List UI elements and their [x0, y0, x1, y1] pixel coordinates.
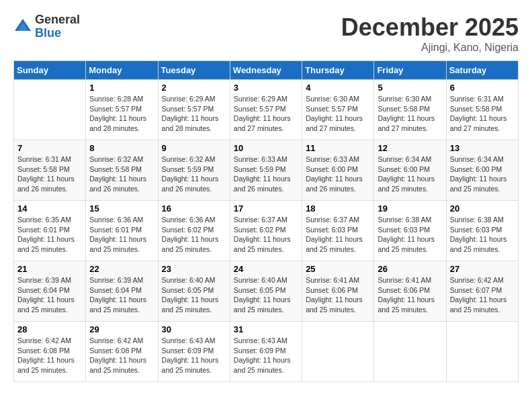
calendar-cell: 8Sunrise: 6:32 AMSunset: 5:58 PMDaylight… [86, 140, 158, 201]
day-info: Sunrise: 6:37 AMSunset: 6:02 PMDaylight:… [234, 215, 298, 255]
calendar-cell: 26Sunrise: 6:41 AMSunset: 6:06 PMDayligh… [374, 261, 446, 322]
day-info: Sunrise: 6:35 AMSunset: 6:01 PMDaylight:… [17, 215, 82, 255]
day-number: 18 [306, 203, 370, 214]
calendar-cell: 18Sunrise: 6:37 AMSunset: 6:03 PMDayligh… [302, 201, 374, 261]
calendar-cell: 24Sunrise: 6:40 AMSunset: 6:05 PMDayligh… [230, 261, 302, 322]
day-info: Sunrise: 6:31 AMSunset: 5:58 PMDaylight:… [17, 154, 82, 194]
day-info: Sunrise: 6:38 AMSunset: 6:03 PMDaylight:… [450, 215, 515, 255]
logo-general: General [35, 13, 80, 27]
day-number: 31 [234, 324, 298, 334]
day-info: Sunrise: 6:36 AMSunset: 6:01 PMDaylight:… [89, 215, 154, 255]
day-number: 28 [17, 324, 82, 334]
day-info: Sunrise: 6:42 AMSunset: 6:08 PMDaylight:… [89, 336, 154, 375]
day-info: Sunrise: 6:33 AMSunset: 6:00 PMDaylight:… [306, 154, 370, 194]
day-number: 9 [162, 143, 226, 153]
day-info: Sunrise: 6:43 AMSunset: 6:09 PMDaylight:… [234, 336, 298, 375]
calendar-header-row: SundayMondayTuesdayWednesdayThursdayFrid… [14, 61, 519, 80]
day-of-week-header: Thursday [302, 61, 374, 80]
day-info: Sunrise: 6:41 AMSunset: 6:06 PMDaylight:… [378, 275, 442, 315]
calendar-cell: 22Sunrise: 6:39 AMSunset: 6:04 PMDayligh… [86, 261, 158, 322]
calendar-cell: 1Sunrise: 6:28 AMSunset: 5:57 PMDaylight… [86, 80, 158, 140]
day-info: Sunrise: 6:39 AMSunset: 6:04 PMDaylight:… [17, 275, 82, 315]
day-info: Sunrise: 6:29 AMSunset: 5:57 PMDaylight:… [234, 94, 298, 134]
day-info: Sunrise: 6:40 AMSunset: 6:05 PMDaylight:… [234, 275, 298, 315]
calendar-cell: 9Sunrise: 6:32 AMSunset: 5:59 PMDaylight… [158, 140, 230, 201]
calendar-cell: 5Sunrise: 6:30 AMSunset: 5:58 PMDaylight… [374, 80, 446, 140]
day-number: 26 [378, 264, 442, 274]
day-number: 7 [17, 143, 82, 153]
day-info: Sunrise: 6:33 AMSunset: 5:59 PMDaylight:… [234, 154, 298, 194]
calendar-week-row: 14Sunrise: 6:35 AMSunset: 6:01 PMDayligh… [14, 201, 519, 261]
day-number: 20 [450, 203, 515, 214]
calendar-cell [14, 80, 86, 140]
day-of-week-header: Saturday [446, 61, 518, 80]
day-of-week-header: Friday [374, 61, 446, 80]
day-number: 30 [162, 324, 226, 334]
day-number: 13 [450, 143, 515, 153]
day-info: Sunrise: 6:39 AMSunset: 6:04 PMDaylight:… [89, 275, 154, 315]
day-number: 27 [450, 264, 515, 274]
day-number: 12 [378, 143, 442, 153]
day-of-week-header: Monday [86, 61, 158, 80]
day-info: Sunrise: 6:41 AMSunset: 6:06 PMDaylight:… [306, 275, 370, 315]
day-info: Sunrise: 6:28 AMSunset: 5:57 PMDaylight:… [89, 94, 154, 134]
day-number: 17 [234, 203, 298, 214]
day-number: 3 [234, 83, 298, 93]
location: Ajingi, Kano, Nigeria [341, 42, 519, 54]
calendar-cell [374, 322, 446, 382]
day-number: 14 [17, 203, 82, 214]
calendar-cell: 17Sunrise: 6:37 AMSunset: 6:02 PMDayligh… [230, 201, 302, 261]
day-info: Sunrise: 6:43 AMSunset: 6:09 PMDaylight:… [162, 336, 226, 375]
calendar-cell: 3Sunrise: 6:29 AMSunset: 5:57 PMDaylight… [230, 80, 302, 140]
day-number: 8 [89, 143, 154, 153]
day-number: 11 [306, 143, 370, 153]
day-info: Sunrise: 6:32 AMSunset: 5:58 PMDaylight:… [89, 154, 154, 194]
day-of-week-header: Wednesday [230, 61, 302, 80]
day-info: Sunrise: 6:32 AMSunset: 5:59 PMDaylight:… [162, 154, 226, 194]
calendar-cell: 13Sunrise: 6:34 AMSunset: 6:00 PMDayligh… [446, 140, 518, 201]
calendar-cell: 12Sunrise: 6:34 AMSunset: 6:00 PMDayligh… [374, 140, 446, 201]
day-info: Sunrise: 6:42 AMSunset: 6:08 PMDaylight:… [17, 336, 82, 375]
calendar-cell: 30Sunrise: 6:43 AMSunset: 6:09 PMDayligh… [158, 322, 230, 382]
day-number: 29 [89, 324, 154, 334]
calendar-cell: 2Sunrise: 6:29 AMSunset: 5:57 PMDaylight… [158, 80, 230, 140]
day-info: Sunrise: 6:42 AMSunset: 6:07 PMDaylight:… [450, 275, 515, 315]
title-block: December 2025 Ajingi, Kano, Nigeria [341, 13, 519, 54]
calendar-cell: 31Sunrise: 6:43 AMSunset: 6:09 PMDayligh… [230, 322, 302, 382]
calendar-week-row: 1Sunrise: 6:28 AMSunset: 5:57 PMDaylight… [14, 80, 519, 140]
day-info: Sunrise: 6:38 AMSunset: 6:03 PMDaylight:… [378, 215, 442, 255]
calendar-cell: 16Sunrise: 6:36 AMSunset: 6:02 PMDayligh… [158, 201, 230, 261]
calendar-cell: 11Sunrise: 6:33 AMSunset: 6:00 PMDayligh… [302, 140, 374, 201]
logo-icon [13, 17, 32, 36]
calendar-cell: 6Sunrise: 6:31 AMSunset: 5:58 PMDaylight… [446, 80, 518, 140]
day-number: 23 [162, 264, 226, 274]
month-title: December 2025 [341, 13, 519, 42]
logo-blue: Blue [35, 27, 80, 40]
day-number: 25 [306, 264, 370, 274]
day-info: Sunrise: 6:36 AMSunset: 6:02 PMDaylight:… [162, 215, 226, 255]
day-number: 16 [162, 203, 226, 214]
day-info: Sunrise: 6:34 AMSunset: 6:00 PMDaylight:… [450, 154, 515, 194]
calendar-cell: 28Sunrise: 6:42 AMSunset: 6:08 PMDayligh… [14, 322, 86, 382]
calendar-cell: 7Sunrise: 6:31 AMSunset: 5:58 PMDaylight… [14, 140, 86, 201]
page-header: General Blue December 2025 Ajingi, Kano,… [13, 13, 519, 54]
day-number: 1 [89, 83, 154, 93]
calendar-cell: 21Sunrise: 6:39 AMSunset: 6:04 PMDayligh… [14, 261, 86, 322]
day-info: Sunrise: 6:34 AMSunset: 6:00 PMDaylight:… [378, 154, 442, 194]
day-number: 5 [378, 83, 442, 93]
day-info: Sunrise: 6:31 AMSunset: 5:58 PMDaylight:… [450, 94, 515, 134]
day-of-week-header: Sunday [14, 61, 86, 80]
day-info: Sunrise: 6:30 AMSunset: 5:57 PMDaylight:… [306, 94, 370, 134]
day-info: Sunrise: 6:30 AMSunset: 5:58 PMDaylight:… [378, 94, 442, 134]
day-info: Sunrise: 6:29 AMSunset: 5:57 PMDaylight:… [162, 94, 226, 134]
calendar-cell: 4Sunrise: 6:30 AMSunset: 5:57 PMDaylight… [302, 80, 374, 140]
day-number: 22 [89, 264, 154, 274]
day-of-week-header: Tuesday [158, 61, 230, 80]
calendar-week-row: 21Sunrise: 6:39 AMSunset: 6:04 PMDayligh… [14, 261, 519, 322]
logo-text: General Blue [35, 13, 80, 40]
calendar-cell: 20Sunrise: 6:38 AMSunset: 6:03 PMDayligh… [446, 201, 518, 261]
day-number: 19 [378, 203, 442, 214]
logo: General Blue [13, 13, 80, 40]
calendar-cell: 23Sunrise: 6:40 AMSunset: 6:05 PMDayligh… [158, 261, 230, 322]
day-number: 15 [89, 203, 154, 214]
